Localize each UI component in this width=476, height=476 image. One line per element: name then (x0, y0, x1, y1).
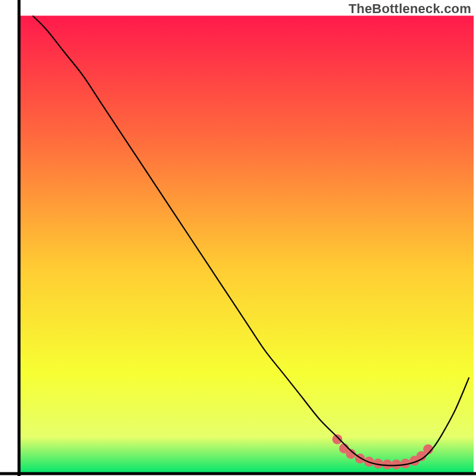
highlight-dot (392, 459, 402, 469)
plot-background (19, 15, 474, 474)
highlight-dot (332, 434, 342, 444)
bottleneck-chart (0, 0, 476, 476)
chart-container: TheBottleneck.com (0, 0, 476, 476)
highlight-dot (382, 459, 392, 469)
watermark-text: TheBottleneck.com (349, 1, 471, 17)
